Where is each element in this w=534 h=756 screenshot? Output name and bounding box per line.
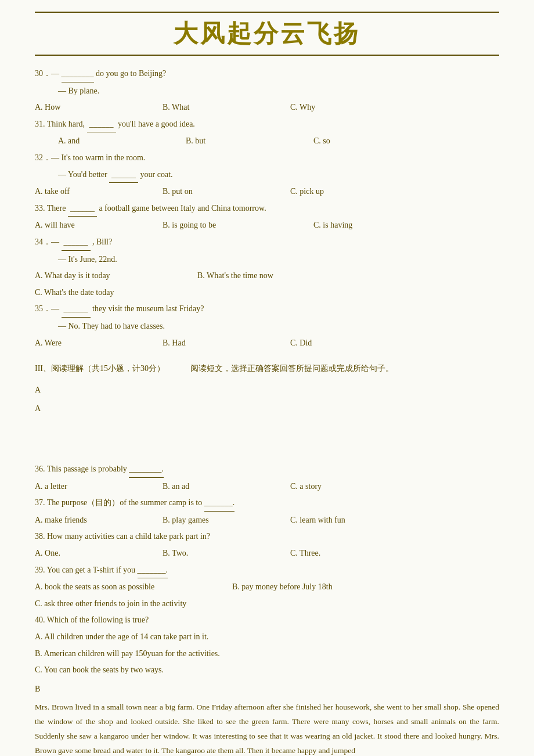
q30-stem: 30．—: [35, 69, 59, 78]
q33-opt-c: C. is having: [313, 218, 441, 233]
passage-a-space2: [35, 441, 499, 457]
q34-answer: — It's June, 22nd.: [35, 252, 499, 268]
q33-options: A. will have B. is going to be C. is hav…: [35, 218, 499, 233]
q30-opt-a: A. How: [35, 100, 163, 116]
q35-opt-a: A. Were: [35, 336, 163, 351]
q33-opt-a: A. will have: [35, 218, 163, 233]
q32-blank: ______: [109, 167, 138, 183]
q30-options: A. How B. What C. Why: [35, 100, 499, 116]
q40-opt-c: C. You can book the seats by two ways.: [35, 663, 499, 678]
q32-answer-suffix: your coat.: [140, 170, 173, 179]
question-32: 32．— It's too warm in the room.: [35, 150, 499, 166]
passage-b-text: Mrs. Brown lived in a small town near a …: [35, 700, 499, 756]
q30-text: do you go to Beijing?: [96, 69, 166, 78]
q38-opt-c: C. Three.: [290, 546, 418, 561]
question-38: 38. How many activities can a child take…: [35, 529, 499, 545]
q32-opt-c: C. pick up: [290, 184, 418, 200]
q34-options: A. What day is it today B. What's the ti…: [35, 268, 499, 284]
question-35: 35．— ______ they visit the museum last F…: [35, 301, 499, 318]
q36-opt-b: B. an ad: [163, 479, 290, 495]
passage-b-label: B: [35, 682, 499, 697]
q34-stem: 34．—: [35, 237, 59, 246]
q39-options-row1: A. book the seats as soon as possible B.…: [35, 579, 499, 595]
q32-stem: 32．— It's too warm in the room.: [35, 153, 145, 162]
q34-text: , Bill?: [92, 237, 112, 246]
q37-options: A. make friends B. play games C. learn w…: [35, 513, 499, 528]
content-area: 30．— ________ do you go to Beijing? — By…: [35, 66, 499, 756]
question-37: 37. The purpose（目的）of the summer camp is…: [35, 495, 499, 512]
q33-text: a football game between Italy and China …: [99, 204, 266, 213]
q37-stem: 37. The purpose（目的）of the summer camp is…: [35, 498, 202, 507]
passage-a-label: A: [35, 383, 499, 398]
section3-label: III、阅读理解（共15小题，计30分）: [35, 364, 165, 373]
passage-a-label2: A: [35, 401, 499, 417]
q32-opt-b: B. put on: [163, 184, 290, 200]
q39-opt-c: C. ask three other friends to join in th…: [35, 599, 186, 608]
q40-opt-b: B. American children will pay 150yuan fo…: [35, 646, 499, 662]
q40-stem: 40. Which of the following is true?: [35, 615, 149, 624]
q34-opt-c-row: C. What's the date today: [35, 285, 499, 301]
q30-blank: ________: [62, 66, 94, 82]
passage-a-space: [35, 423, 499, 438]
q39-opt-b: B. pay money before July 18th: [232, 579, 333, 595]
q40-opt-a: A. All children under the age of 14 can …: [35, 629, 499, 645]
q31-options: A. and B. but C. so: [35, 134, 499, 149]
q35-opt-b: B. Had: [163, 336, 290, 351]
q36-blank: ________.: [129, 462, 164, 478]
q36-stem: 36. This passage is probably: [35, 465, 127, 473]
q30-opt-c: C. Why: [290, 100, 418, 116]
q31-blank: ______: [87, 117, 116, 133]
q37-opt-c: C. learn with fun: [290, 513, 418, 528]
title-container: 大风起分云飞扬: [35, 12, 499, 56]
question-34: 34．— ______ , Bill?: [35, 235, 499, 251]
q35-text: they visit the museum last Friday?: [92, 304, 204, 313]
q35-stem: 35．—: [35, 304, 59, 313]
q30-answer: — By plane.: [35, 84, 499, 99]
q32-answer-prefix: — You'd better: [58, 170, 107, 179]
q37-blank: _______.: [204, 495, 235, 512]
q38-opt-a: A. One.: [35, 546, 163, 561]
question-40: 40. Which of the following is true?: [35, 613, 499, 628]
section3-instruction: 阅读短文，选择正确答案回答所提问题或完成所给句子。: [190, 364, 394, 373]
page-title: 大风起分云飞扬: [174, 20, 360, 47]
q32-options: A. take off B. put on C. pick up: [35, 184, 499, 200]
q39-opt-a: A. book the seats as soon as possible: [35, 579, 232, 595]
q32-answer-line: — You'd better ______ your coat.: [35, 167, 499, 183]
q34-opt-b: B. What's the time now: [197, 268, 360, 284]
q37-opt-b: B. play games: [163, 513, 290, 528]
q31-stem: 31. Think hard,: [35, 120, 85, 128]
q31-text: you'll have a good idea.: [118, 120, 195, 128]
q31-opt-b: B. but: [186, 134, 313, 149]
q36-opt-c: C. a story: [290, 479, 418, 495]
q34-blank: ______: [62, 235, 91, 251]
q38-stem: 38. How many activities can a child take…: [35, 532, 210, 541]
q37-opt-a: A. make friends: [35, 513, 163, 528]
q34-opt-c: C. What's the date today: [35, 288, 114, 297]
question-33: 33. There ______ a football game between…: [35, 201, 499, 217]
q39-stem: 39. You can get a T-shirt if you: [35, 566, 135, 574]
q35-blank: ______: [62, 301, 91, 318]
q39-blank: _______.: [138, 563, 168, 579]
q30-opt-b: B. What: [163, 100, 290, 116]
q39-opt-c-row: C. ask three other friends to join in th…: [35, 596, 499, 612]
q38-options: A. One. B. Two. C. Three.: [35, 546, 499, 561]
q31-opt-a: A. and: [58, 134, 186, 149]
q38-opt-b: B. Two.: [163, 546, 290, 561]
q31-opt-c: C. so: [313, 134, 441, 149]
q33-blank: ______: [68, 201, 97, 217]
q32-opt-a: A. take off: [35, 184, 163, 200]
q35-answer: — No. They had to have classes.: [35, 319, 499, 334]
q34-opt-a: A. What day is it today: [35, 268, 197, 284]
q36-options: A. a letter B. an ad C. a story: [35, 479, 499, 495]
section3-header: III、阅读理解（共15小题，计30分） 阅读短文，选择正确答案回答所提问题或完…: [35, 361, 499, 377]
q35-opt-c: C. Did: [290, 336, 418, 351]
page: 大风起分云飞扬 30．— ________ do you go to Beiji…: [0, 0, 534, 756]
q35-options: A. Were B. Had C. Did: [35, 336, 499, 351]
q36-opt-a: A. a letter: [35, 479, 163, 495]
question-36: 36. This passage is probably ________.: [35, 462, 499, 478]
q33-stem: 33. There: [35, 204, 66, 213]
question-39: 39. You can get a T-shirt if you _______…: [35, 563, 499, 579]
question-30: 30．— ________ do you go to Beijing?: [35, 66, 499, 82]
question-31: 31. Think hard, ______ you'll have a goo…: [35, 117, 499, 133]
q33-opt-b: B. is going to be: [163, 218, 313, 233]
